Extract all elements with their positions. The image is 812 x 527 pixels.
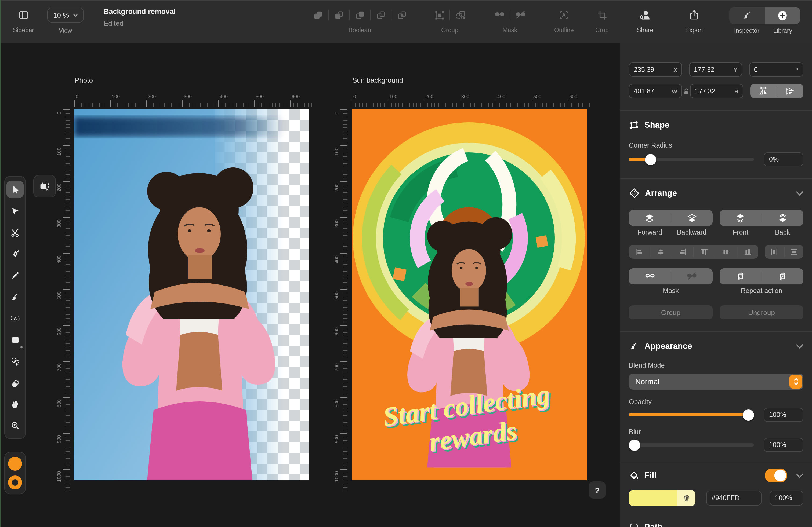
help-button[interactable]: ? [589, 481, 606, 499]
blur-label: Blur [629, 428, 803, 436]
ungroup-icon[interactable] [453, 8, 467, 22]
fill-color-well[interactable] [8, 457, 22, 471]
blend-mode-stepper[interactable] [789, 375, 802, 389]
width-field[interactable]: 401.87W [629, 84, 682, 98]
pen-icon [10, 249, 20, 259]
tool-brush[interactable] [6, 286, 24, 307]
align-left-button[interactable] [629, 245, 650, 259]
send-to-back-button[interactable] [762, 210, 803, 226]
group-group: Group [432, 1, 467, 33]
artboard-label-sun[interactable]: Sun background [352, 76, 403, 84]
chevron-down-icon [73, 13, 77, 17]
ruler-number: 300 [184, 94, 192, 99]
tool-pencil[interactable] [6, 265, 24, 286]
mask-icon[interactable] [492, 8, 506, 22]
tool-scissors[interactable] [6, 222, 24, 243]
send-backward-button[interactable] [671, 210, 713, 226]
canvas-area[interactable]: Photo 0100200300400500600 01002003004005… [0, 43, 620, 527]
tool-shape-select[interactable] [6, 350, 24, 372]
panel-switcher: Inspector Library [729, 1, 801, 34]
align-bottom-button[interactable] [737, 245, 758, 259]
boolean-subtract-icon[interactable] [332, 8, 346, 22]
ruler-number: 600 [569, 94, 577, 99]
inspector-segment[interactable] [729, 7, 765, 24]
vertical-ruler: 01002003004005006007008009001000 [334, 109, 351, 492]
repeat-duplicate-button[interactable] [762, 268, 803, 284]
boolean-label: Boolean [349, 27, 371, 33]
export-button[interactable]: Export [685, 1, 703, 33]
x-field[interactable]: 235.39X [629, 62, 682, 77]
artboard-label-photo[interactable]: Photo [75, 76, 93, 84]
view-zoom-control[interactable]: 10 % View [47, 1, 84, 34]
height-field[interactable]: 177.32H [690, 84, 743, 98]
corner-radius-value[interactable]: 0% [764, 152, 803, 166]
repeat-action-button[interactable] [720, 268, 761, 284]
boolean-union-icon[interactable] [311, 8, 325, 22]
boolean-divide-icon[interactable] [395, 8, 409, 22]
library-segment[interactable] [765, 7, 800, 24]
unmask-button[interactable] [671, 268, 713, 284]
bring-to-front-button[interactable] [720, 210, 761, 226]
tool-direct-select[interactable] [6, 200, 24, 222]
artboard-sun-background[interactable]: Start collecting rewards Start collectin… [352, 109, 587, 480]
ungroup-button[interactable]: Ungroup [720, 305, 803, 319]
collapse-appearance-chevron[interactable] [796, 344, 803, 349]
stroke-color-well[interactable] [8, 476, 22, 490]
boolean-exclude-icon[interactable] [374, 8, 388, 22]
zoom-dropdown[interactable]: 10 % [47, 7, 84, 22]
corner-radius-slider[interactable] [629, 152, 754, 166]
collapse-fill-chevron[interactable] [796, 473, 803, 478]
align-center-h-button[interactable] [651, 245, 672, 259]
blur-slider[interactable] [629, 438, 754, 452]
ruler-number: 300 [56, 220, 62, 228]
unmask-icon[interactable] [513, 8, 527, 22]
hand-icon [10, 399, 20, 409]
tool-text[interactable]: A [6, 307, 24, 329]
aspect-lock[interactable] [682, 87, 690, 95]
share-button[interactable]: Share [637, 1, 653, 33]
svg-text:A: A [562, 12, 566, 18]
fill-color-swatch[interactable] [629, 490, 695, 506]
rotation-field[interactable]: 0° [749, 62, 803, 77]
transform-paste-tool[interactable] [33, 175, 56, 197]
ruler-number: 300 [334, 220, 339, 228]
repeat-control [720, 268, 803, 284]
fill-toggle[interactable] [765, 468, 787, 482]
group-icon[interactable] [432, 8, 446, 22]
bring-forward-button[interactable] [629, 210, 670, 226]
trash-icon[interactable] [682, 494, 690, 502]
align-center-v-button[interactable] [715, 245, 737, 259]
fill-hex-field[interactable]: #940FFD [706, 491, 762, 506]
tool-hand[interactable] [6, 393, 24, 415]
distribute-horizontal-button[interactable] [765, 245, 784, 259]
sidebar-toggle[interactable]: Sidebar [13, 1, 34, 33]
fill-opacity-field[interactable]: 100% [770, 491, 803, 506]
blur-value[interactable]: 100% [764, 438, 803, 452]
flip-vertical-button[interactable] [777, 84, 803, 98]
artboard-photo[interactable] [74, 109, 309, 480]
ruler-number: 0 [76, 94, 78, 99]
outline-label: Outline [554, 27, 574, 33]
tool-eraser[interactable] [6, 372, 24, 393]
ruler-number: 0 [334, 111, 339, 114]
align-top-button[interactable] [694, 245, 715, 259]
mask-button[interactable] [629, 268, 670, 284]
align-right-button[interactable] [672, 245, 693, 259]
tool-select[interactable] [6, 181, 24, 198]
boolean-intersect-icon[interactable] [353, 8, 367, 22]
outline-icon[interactable]: A [557, 8, 571, 22]
opacity-slider[interactable] [629, 408, 754, 422]
ruler-number: 500 [256, 94, 264, 99]
flip-horizontal-button[interactable] [750, 84, 777, 98]
collapse-arrange-chevron[interactable] [796, 191, 803, 196]
distribute-vertical-button[interactable] [784, 245, 803, 259]
tool-zoom[interactable] [6, 415, 24, 436]
submenu-dot [20, 346, 23, 348]
crop-icon[interactable] [595, 8, 609, 22]
tool-rectangle[interactable] [6, 329, 24, 350]
group-button[interactable]: Group [629, 305, 713, 319]
opacity-value[interactable]: 100% [764, 408, 803, 422]
blend-mode-select[interactable]: Normal [629, 374, 803, 390]
y-field[interactable]: 177.32Y [689, 62, 742, 77]
tool-pen[interactable] [6, 243, 24, 265]
